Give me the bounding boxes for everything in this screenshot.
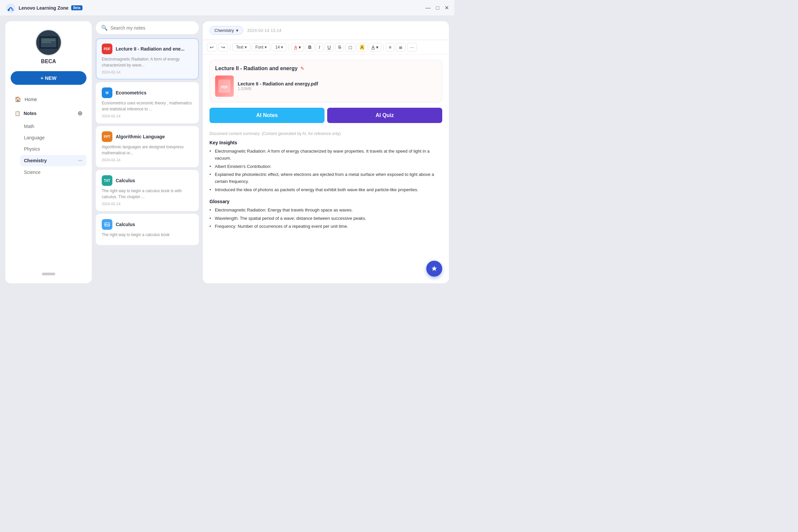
redo-button[interactable]: ↪ [218,43,228,52]
minimize-button[interactable]: — [425,5,431,11]
toolbar-separator-2 [289,44,289,51]
text-format-dropdown-icon: ▾ [376,44,378,50]
note-title-5: Calculus [116,222,135,227]
strikethrough-button[interactable]: S [335,43,344,52]
highlight-label: A [360,44,364,50]
bullet-1-2: Explained the photoelectric effect, wher… [209,171,442,185]
svg-rect-9 [105,223,109,226]
sidebar-item-notes-label: Notes [24,111,37,116]
note-date-2: 2024-02-14 [102,114,193,118]
close-button[interactable]: ✕ [444,5,449,11]
key-insights-title: Key Insights [209,140,442,145]
font-color-label: A [294,44,297,50]
note-excerpt-2: Econometrics uses economic theory , math… [102,100,193,112]
window-controls: — □ ✕ [425,5,449,11]
ai-fab-button[interactable] [426,261,442,277]
file-name: Lecture II - Radiation and energy.pdf [238,81,318,87]
bullet-1-3: Introduced the idea of photons as packet… [209,187,442,193]
font-label: Font [255,45,263,50]
file-preview-card: Lecture II - Radiation and energy ✎ PDF … [209,60,442,102]
text-color-button[interactable]: A ▾ [291,43,304,52]
key-insights-section: Key Insights Electromagnetic Radiation: … [209,140,442,193]
bullet-2-0: Electromagnetic Radiation: Energy that t… [209,207,442,214]
note-card-3[interactable]: PPT Algorithmic Language Algorithmic lan… [96,126,199,167]
file-preview-title: Lecture II - Radiation and energy ✎ [215,65,437,72]
italic-button[interactable]: I [316,43,323,52]
sidebar-item-math[interactable]: Math [20,121,87,132]
svg-rect-7 [42,41,56,41]
note-title-1: Lecture II - Radiation and ene... [116,46,185,52]
note-card-2[interactable]: W Econometrics Econometrics uses economi… [96,82,199,124]
ordered-list-button[interactable]: ≣ [396,43,406,52]
notes-list: 🔍 PDF Lecture II - Radiation and ene... … [96,21,199,283]
new-button[interactable]: + NEW [11,71,87,85]
eraser-button[interactable]: ◻ [345,43,356,52]
svg-rect-8 [42,42,51,42]
bullet-1-0: Electromagnetic Radiation: A form of ene… [209,148,442,162]
ai-notes-button[interactable]: AI Notes [209,108,324,123]
note-card-4[interactable]: TXT Calculus The right way to begin a ca… [96,170,199,211]
subject-label: Chemistry [214,28,234,33]
bullet-list-button[interactable]: ≡ [386,43,394,52]
add-note-icon[interactable]: ⊕ [77,110,82,117]
sidebar-item-notes[interactable]: 📋 Notes ⊕ [11,107,87,120]
content-panel-wrapper: Chemistry ▾ 2024-02-14 13.14 ↩ ↪ Text ▾ … [203,21,449,283]
more-toolbar-button[interactable]: ··· [407,43,417,52]
note-card-5[interactable]: Calculus The right way to begin a calcul… [96,214,199,245]
text-style-button[interactable]: Text ▾ [232,43,250,51]
text-formatting-button[interactable]: A ▾ [369,43,381,52]
font-size-button[interactable]: 14 ▾ [272,43,287,51]
glossary-title: Glossary [209,199,442,204]
username: BECA [41,58,56,64]
sidebar-item-language[interactable]: Language [20,132,87,143]
edit-title-icon[interactable]: ✎ [300,66,304,71]
font-size-label: 14 [275,45,280,50]
svg-text:PDF: PDF [221,86,228,89]
font-button[interactable]: Font ▾ [252,43,270,51]
avatar [35,29,62,56]
file-details: Lecture II - Radiation and energy.pdf 1.… [238,81,318,91]
toolbar-separator-1 [230,44,230,51]
note-icon-img [102,219,112,230]
sidebar-item-chemistry[interactable]: Chemistry ··· [20,155,87,166]
note-icon-w: W [102,88,112,98]
search-icon: 🔍 [101,25,108,31]
beta-badge: Beta [71,5,82,10]
ai-quiz-button[interactable]: AI Quiz [327,108,442,123]
highlight-button[interactable]: A [357,43,367,52]
note-card-1[interactable]: PDF Lecture II - Radiation and ene... El… [96,38,199,79]
doc-content: Document content summary: (Content gener… [209,128,442,238]
bold-button[interactable]: B [305,43,315,52]
toolbar-separator-3 [383,44,384,51]
nav-section: 🏠 Home 📋 Notes ⊕ Math Language Physics [11,93,87,273]
sidebar-bottom [11,273,87,275]
sidebar-item-science[interactable]: Science [20,167,87,177]
svg-point-2 [12,9,14,11]
text-format-label: A [372,44,375,50]
scrollbar-thumb [42,273,55,275]
font-size-dropdown-icon: ▾ [281,45,283,50]
text-style-label: Text [236,45,243,50]
search-box[interactable]: 🔍 [96,21,199,34]
bullet-1-1: Albert Einstein's Contribution: [209,163,442,170]
text-style-dropdown-icon: ▾ [245,45,247,50]
undo-button[interactable]: ↩ [207,43,217,52]
more-options-icon[interactable]: ··· [78,158,82,164]
note-excerpt-1: Electromagnetic Radiation: A form of ene… [102,56,193,68]
avatar-section: BECA [11,29,87,64]
sidebar-item-home[interactable]: 🏠 Home [11,93,87,106]
note-excerpt-5: The right way to begin a calculus book [102,232,193,238]
color-dropdown-icon: ▾ [299,44,301,50]
sidebar-item-physics[interactable]: Physics [20,144,87,154]
bullet-2-2: Frequency: Number of occurrences of a re… [209,223,442,230]
editor-toolbar: ↩ ↪ Text ▾ Font ▾ 14 ▾ A ▾ [203,40,449,55]
search-input[interactable] [110,25,193,31]
note-excerpt-4: The right way to begin a calculus book i… [102,188,193,200]
bullet-2-1: Wavelength: The spatial period of a wave… [209,215,442,222]
subject-badge[interactable]: Chemistry ▾ [209,26,243,35]
note-icon-pdf: PDF [102,43,112,54]
content-panel: Chemistry ▾ 2024-02-14 13.14 ↩ ↪ Text ▾ … [203,21,449,283]
underline-button[interactable]: U [324,43,334,52]
summary-label: Document content summary: (Content gener… [209,131,442,136]
maximize-button[interactable]: □ [436,5,439,11]
